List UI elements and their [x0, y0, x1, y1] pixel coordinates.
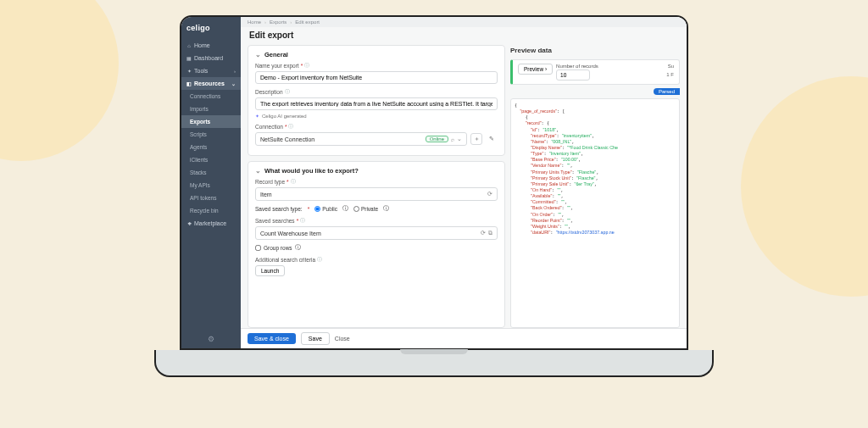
brand-logo: celigo: [181, 20, 241, 39]
ai-generated-label: Celigo AI generated: [262, 114, 307, 119]
laptop-frame: celigo ⌂Home▦Dashboard✦Tools›◧Resources⌄…: [154, 15, 714, 377]
save-button[interactable]: Save: [301, 332, 330, 345]
chevron-icon: ›: [234, 69, 236, 74]
sidebar-item-tools[interactable]: ✦Tools›: [181, 64, 241, 77]
breadcrumb-exports[interactable]: Exports: [270, 19, 287, 25]
app-root: celigo ⌂Home▦Dashboard✦Tools›◧Resources⌄…: [181, 17, 687, 348]
nav-icon: ⌂: [186, 43, 192, 48]
chevron-down-icon[interactable]: ⌄: [457, 136, 462, 142]
search-icon[interactable]: ⌕: [451, 136, 454, 142]
panel-general-header[interactable]: ⌄ General: [255, 51, 498, 58]
json-preview[interactable]: { "page_of_records": [ { "record": { "id…: [510, 98, 680, 328]
sidebar-subitem-imports[interactable]: Imports: [181, 103, 241, 115]
refresh-icon[interactable]: ⟳: [481, 230, 486, 236]
laptop-base: [154, 350, 714, 377]
sidebar-subitem-connections[interactable]: Connections: [181, 90, 241, 103]
info-icon[interactable]: ⓘ: [342, 205, 348, 213]
info-icon[interactable]: ⓘ: [285, 88, 290, 96]
sidebar-subitem-api-tokens[interactable]: API tokens: [181, 192, 241, 204]
one-f-label: 1 F: [666, 72, 674, 77]
info-icon[interactable]: ⓘ: [288, 123, 293, 131]
info-icon[interactable]: ⓘ: [291, 178, 296, 186]
preview-button[interactable]: Preview ›: [518, 64, 553, 75]
connection-label: Connection: [255, 124, 283, 130]
status-badge-online: Online: [426, 136, 448, 142]
footer: Save & close Save Close: [241, 328, 687, 348]
preview-title: Preview data: [510, 45, 680, 56]
record-type-select[interactable]: Item ⟳: [255, 187, 498, 201]
num-records-label: Number of records: [556, 64, 598, 69]
radio-private[interactable]: Private: [353, 206, 378, 212]
connection-value: NetSuite Connection: [260, 136, 314, 142]
group-rows-checkbox[interactable]: [255, 245, 261, 251]
page-title: Edit export: [241, 27, 687, 42]
preview-controls: Preview › Number of records Su 1 F: [510, 59, 680, 85]
record-type-label: Record type: [255, 179, 285, 185]
record-type-value: Item: [260, 192, 272, 197]
sidebar-subitem-my-apis[interactable]: My APIs: [181, 179, 241, 192]
sidebar-subitem-iclients[interactable]: iClients: [181, 153, 241, 166]
chevron-down-icon: ⌄: [255, 167, 261, 175]
radio-public[interactable]: Public: [314, 206, 337, 212]
sidebar-subitem-scripts[interactable]: Scripts: [181, 128, 241, 141]
panel-export-title: What would you like to export?: [264, 167, 359, 175]
info-icon[interactable]: ⓘ: [383, 205, 389, 213]
description-label: Description: [255, 89, 283, 95]
saved-search-value: Count Warehouse Item: [260, 231, 321, 236]
connection-select[interactable]: NetSuite Connection Online ⌕ ⌄: [255, 132, 467, 146]
panel-general: ⌄ General Name your export*ⓘ Description…: [248, 45, 505, 156]
saved-search-label: Saved searches: [255, 218, 295, 224]
sidebar-subitem-agents[interactable]: Agents: [181, 141, 241, 153]
add-connection-button[interactable]: ＋: [470, 133, 482, 145]
sidebar-item-marketplace[interactable]: ❖Marketplace: [181, 217, 241, 230]
chevron-icon: ⌄: [231, 81, 236, 86]
breadcrumb-current: Edit export: [295, 19, 320, 25]
name-input[interactable]: [260, 75, 492, 81]
num-records-input[interactable]: [556, 69, 590, 81]
description-input[interactable]: [260, 101, 492, 107]
panel-export-header[interactable]: ⌄ What would you like to export?: [255, 167, 498, 175]
sidebar: celigo ⌂Home▦Dashboard✦Tools›◧Resources⌄…: [181, 17, 241, 348]
info-icon[interactable]: ⓘ: [295, 244, 301, 252]
launch-button[interactable]: Launch: [255, 265, 285, 276]
criteria-label: Additional search criteria: [255, 257, 315, 263]
info-icon[interactable]: ⓘ: [300, 217, 305, 225]
refresh-icon[interactable]: ⟳: [487, 191, 492, 197]
info-icon[interactable]: ⓘ: [304, 62, 309, 69]
main-area: Home› Exports› Edit export Edit export ⌄…: [241, 17, 687, 348]
breadcrumb: Home› Exports› Edit export: [241, 17, 687, 27]
nav-icon: ✦: [186, 68, 192, 74]
parsed-pill[interactable]: Parsed: [654, 88, 680, 95]
nav-icon: ▦: [186, 55, 192, 61]
search-type-label: Saved search type:: [255, 206, 303, 212]
sparkle-icon: ✦: [255, 113, 259, 119]
name-label: Name your export: [255, 63, 299, 69]
sidebar-subitem-stacks[interactable]: Stacks: [181, 166, 241, 179]
panel-general-title: General: [264, 51, 288, 58]
saved-search-select[interactable]: Count Warehouse Item ⟳⧉: [255, 226, 498, 240]
sidebar-settings-icon[interactable]: ⚙: [181, 330, 241, 348]
group-rows-label: Group rows: [264, 245, 292, 251]
sidebar-subitem-exports[interactable]: Exports: [181, 115, 241, 128]
info-icon[interactable]: ⓘ: [317, 256, 322, 264]
sidebar-item-resources[interactable]: ◧Resources⌄: [181, 77, 241, 90]
su-label: Su: [668, 64, 674, 69]
sidebar-subitem-recycle-bin[interactable]: Recycle bin: [181, 204, 241, 217]
sidebar-item-home[interactable]: ⌂Home: [181, 39, 241, 52]
nav-icon: ◧: [186, 81, 192, 86]
nav-icon: ❖: [186, 220, 192, 226]
breadcrumb-home[interactable]: Home: [248, 19, 261, 25]
chevron-down-icon: ⌄: [255, 51, 261, 58]
sidebar-item-dashboard[interactable]: ▦Dashboard: [181, 52, 241, 64]
panel-export: ⌄ What would you like to export? Record …: [248, 161, 505, 328]
edit-connection-button[interactable]: ✎: [486, 133, 498, 145]
close-button[interactable]: Close: [335, 336, 350, 342]
open-external-icon[interactable]: ⧉: [488, 230, 492, 236]
save-close-button[interactable]: Save & close: [248, 333, 296, 344]
